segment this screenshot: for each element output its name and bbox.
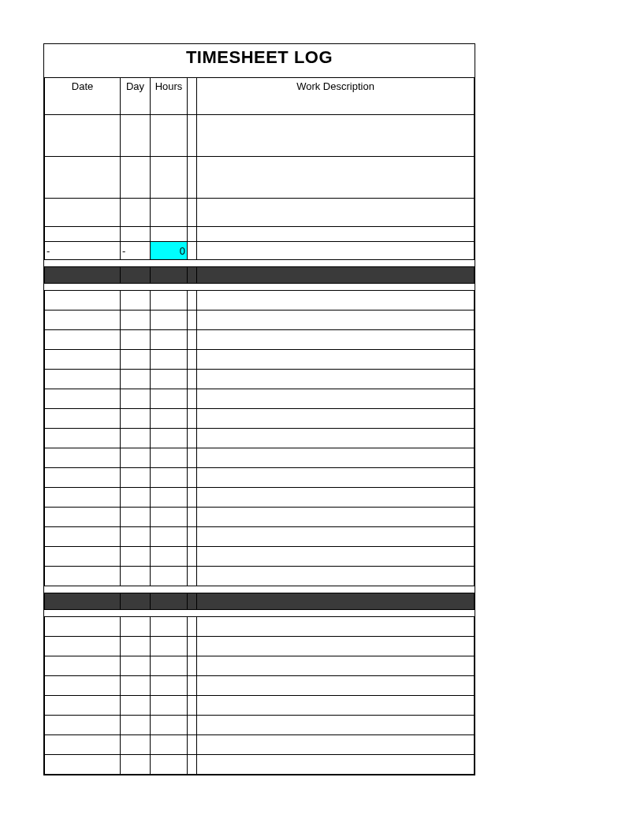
cell-hours[interactable] — [151, 527, 188, 547]
cell-date[interactable] — [45, 488, 121, 508]
cell-date[interactable] — [45, 157, 121, 199]
cell-date[interactable] — [45, 676, 121, 696]
cell-day[interactable] — [121, 527, 151, 547]
cell-hours[interactable] — [151, 755, 188, 775]
cell-desc[interactable] — [197, 311, 475, 330]
cell-hours[interactable] — [151, 227, 188, 242]
cell-day[interactable] — [121, 676, 151, 696]
cell-desc[interactable] — [197, 488, 475, 508]
cell-date[interactable] — [45, 227, 121, 242]
cell-hours[interactable] — [151, 567, 188, 586]
cell-date[interactable] — [45, 115, 121, 157]
cell-hours[interactable] — [151, 409, 188, 429]
cell-date[interactable] — [45, 350, 121, 370]
cell-day[interactable] — [121, 448, 151, 468]
cell-day[interactable] — [121, 409, 151, 429]
cell-date[interactable] — [45, 508, 121, 527]
cell-desc[interactable] — [197, 735, 475, 755]
cell-hours[interactable] — [151, 716, 188, 735]
cell-day[interactable] — [121, 567, 151, 586]
cell-date[interactable] — [45, 735, 121, 755]
cell-date[interactable] — [45, 637, 121, 656]
cell-day[interactable] — [121, 389, 151, 409]
cell-hours[interactable] — [151, 330, 188, 350]
cell-day[interactable] — [121, 291, 151, 311]
cell-desc[interactable] — [197, 389, 475, 409]
cell-desc[interactable] — [197, 115, 475, 157]
cell-date[interactable] — [45, 617, 121, 637]
cell-desc[interactable] — [197, 617, 475, 637]
cell-hours[interactable] — [151, 547, 188, 567]
cell-hours[interactable] — [151, 370, 188, 389]
cell-desc[interactable] — [197, 716, 475, 735]
cell-day[interactable] — [121, 468, 151, 488]
cell-day[interactable] — [121, 617, 151, 637]
cell-desc[interactable] — [197, 637, 475, 656]
cell-hours[interactable] — [151, 157, 188, 199]
cell-hours[interactable] — [151, 637, 188, 656]
cell-hours[interactable] — [151, 448, 188, 468]
cell-hours[interactable] — [151, 389, 188, 409]
cell-day[interactable] — [121, 330, 151, 350]
cell-desc[interactable] — [197, 448, 475, 468]
cell-hours[interactable] — [151, 468, 188, 488]
cell-desc[interactable] — [197, 508, 475, 527]
cell-desc[interactable] — [197, 227, 475, 242]
cell-date[interactable] — [45, 330, 121, 350]
cell-desc[interactable] — [197, 567, 475, 586]
cell-date[interactable] — [45, 468, 121, 488]
cell-desc[interactable] — [197, 291, 475, 311]
cell-desc[interactable] — [197, 370, 475, 389]
cell-day[interactable] — [121, 311, 151, 330]
cell-date[interactable] — [45, 567, 121, 586]
cell-hours[interactable] — [151, 617, 188, 637]
cell-desc[interactable] — [197, 547, 475, 567]
cell-day[interactable] — [121, 508, 151, 527]
cell-day[interactable] — [121, 656, 151, 676]
cell-date[interactable] — [45, 448, 121, 468]
cell-date[interactable] — [45, 409, 121, 429]
cell-day[interactable] — [121, 696, 151, 716]
cell-date[interactable] — [45, 716, 121, 735]
cell-desc[interactable] — [197, 199, 475, 227]
cell-date[interactable] — [45, 547, 121, 567]
cell-day[interactable] — [121, 199, 151, 227]
cell-hours[interactable] — [151, 488, 188, 508]
cell-desc[interactable] — [197, 409, 475, 429]
cell-hours[interactable] — [151, 656, 188, 676]
cell-date[interactable] — [45, 311, 121, 330]
cell-day[interactable] — [121, 157, 151, 199]
cell-desc[interactable] — [197, 676, 475, 696]
cell-hours[interactable] — [151, 508, 188, 527]
cell-desc[interactable] — [197, 755, 475, 775]
cell-date[interactable] — [45, 389, 121, 409]
cell-day[interactable] — [121, 735, 151, 755]
cell-hours[interactable] — [151, 429, 188, 448]
cell-desc[interactable] — [197, 527, 475, 547]
cell-day[interactable] — [121, 488, 151, 508]
cell-hours[interactable] — [151, 311, 188, 330]
cell-desc[interactable] — [197, 429, 475, 448]
cell-hours[interactable] — [151, 199, 188, 227]
cell-hours[interactable] — [151, 291, 188, 311]
cell-day[interactable] — [121, 370, 151, 389]
cell-day[interactable] — [121, 429, 151, 448]
cell-day[interactable] — [121, 547, 151, 567]
cell-date[interactable] — [45, 199, 121, 227]
cell-desc[interactable] — [197, 696, 475, 716]
cell-date[interactable] — [45, 656, 121, 676]
cell-date[interactable] — [45, 429, 121, 448]
cell-date[interactable] — [45, 696, 121, 716]
cell-hours[interactable] — [151, 676, 188, 696]
cell-hours[interactable] — [151, 350, 188, 370]
cell-desc[interactable] — [197, 330, 475, 350]
cell-day[interactable] — [121, 716, 151, 735]
cell-date[interactable] — [45, 291, 121, 311]
cell-desc[interactable] — [197, 656, 475, 676]
cell-date[interactable] — [45, 755, 121, 775]
cell-day[interactable] — [121, 637, 151, 656]
cell-date[interactable] — [45, 370, 121, 389]
cell-desc[interactable] — [197, 350, 475, 370]
cell-hours[interactable] — [151, 735, 188, 755]
cell-day[interactable] — [121, 115, 151, 157]
